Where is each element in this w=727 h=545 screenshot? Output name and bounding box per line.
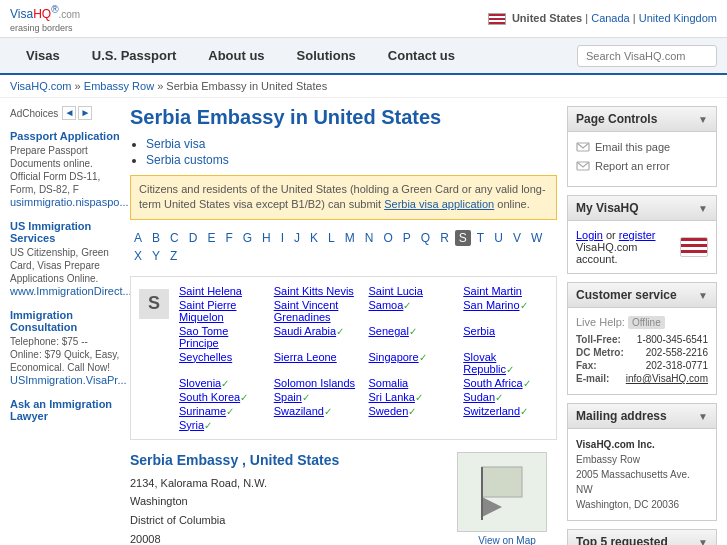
country-syria[interactable]: Syria✓ (179, 419, 264, 431)
nav-solutions[interactable]: Solutions (281, 38, 372, 73)
alpha-r[interactable]: R (436, 230, 453, 246)
live-help-row: Live Help: Offline (576, 316, 708, 329)
login-link[interactable]: Login (576, 229, 603, 241)
alpha-f[interactable]: F (221, 230, 236, 246)
alpha-c[interactable]: C (166, 230, 183, 246)
alpha-d[interactable]: D (185, 230, 202, 246)
country-slovak[interactable]: Slovak Republic✓ (463, 351, 548, 375)
alpha-w[interactable]: W (527, 230, 546, 246)
country-somalia[interactable]: Somalia (369, 377, 454, 389)
country-senegal[interactable]: Senegal✓ (369, 325, 454, 349)
embassy-map: View on Map (457, 452, 557, 545)
my-visahq-header[interactable]: My VisaHQ ▼ (568, 196, 716, 221)
alpha-z[interactable]: Z (166, 248, 181, 264)
country-serbia[interactable]: Serbia (463, 325, 548, 349)
alpha-b[interactable]: B (148, 230, 164, 246)
embassy-address1: 2134, Kalorama Road, N.W. (130, 474, 442, 493)
country-sweden[interactable]: Sweden✓ (369, 405, 454, 417)
ad-arrow-right[interactable]: ► (78, 106, 92, 120)
nav-about[interactable]: About us (192, 38, 280, 73)
alpha-u[interactable]: U (490, 230, 507, 246)
country-saint-kitts[interactable]: Saint Kitts Nevis (274, 285, 359, 297)
country-canada-link[interactable]: Canada (591, 12, 630, 24)
nav-contact[interactable]: Contact us (372, 38, 471, 73)
view-on-map-link[interactable]: View on Map (457, 535, 557, 545)
search-input[interactable] (577, 45, 717, 67)
alpha-q[interactable]: Q (417, 230, 434, 246)
country-uk-link[interactable]: United Kingdom (639, 12, 717, 24)
alpha-s[interactable]: S (455, 230, 471, 246)
cs-email-val[interactable]: info@VisaHQ.com (626, 373, 708, 384)
serbia-visa-link[interactable]: Serbia visa (146, 137, 205, 151)
alpha-n[interactable]: N (361, 230, 378, 246)
country-saint-pierre[interactable]: Saint Pierre Miquelon (179, 299, 264, 323)
alpha-l[interactable]: L (324, 230, 339, 246)
serbia-customs-link[interactable]: Serbia customs (146, 153, 229, 167)
alpha-a[interactable]: A (130, 230, 146, 246)
alpha-x[interactable]: X (130, 248, 146, 264)
mailing-header[interactable]: Mailing address ▼ (568, 404, 716, 429)
customer-service-header[interactable]: Customer service ▼ (568, 283, 716, 308)
breadcrumb-home[interactable]: VisaHQ.com (10, 80, 72, 92)
alpha-g[interactable]: G (239, 230, 256, 246)
sidebar-consult-title[interactable]: Immigration Consultation (10, 309, 120, 333)
customer-service-panel: Customer service ▼ Live Help: Offline To… (567, 282, 717, 395)
report-error[interactable]: Report an error (576, 159, 708, 173)
country-samoa[interactable]: Samoa✓ (369, 299, 454, 323)
country-singapore[interactable]: Singapore✓ (369, 351, 454, 375)
country-switzerland[interactable]: Switzerland✓ (463, 405, 548, 417)
email-this-page[interactable]: Email this page (576, 140, 708, 154)
alpha-p[interactable]: P (399, 230, 415, 246)
sidebar-passport-link[interactable]: usimmigratio.nispaspo... (10, 196, 120, 208)
country-south-korea[interactable]: South Korea✓ (179, 391, 264, 403)
alpha-v[interactable]: V (509, 230, 525, 246)
sidebar-consult-link[interactable]: USImmigration.VisaPr... (10, 374, 120, 386)
country-sao-tome[interactable]: Sao Tome Principe (179, 325, 264, 349)
alpha-t[interactable]: T (473, 230, 488, 246)
alpha-j[interactable]: J (290, 230, 304, 246)
alpha-k[interactable]: K (306, 230, 322, 246)
country-saint-helena[interactable]: Saint Helena (179, 285, 264, 297)
alert-link[interactable]: Serbia visa application (384, 198, 494, 210)
live-help-status: Offline (628, 316, 665, 329)
alpha-h[interactable]: H (258, 230, 275, 246)
sidebar-ask-lawyer-title[interactable]: Ask an Immigration Lawyer (10, 398, 120, 422)
top5-header[interactable]: Top 5 requested ▼ (568, 530, 716, 545)
ad-arrow[interactable]: ◄ ► (62, 106, 92, 120)
country-south-africa[interactable]: South Africa✓ (463, 377, 548, 389)
country-letter: S (139, 289, 169, 319)
sidebar-immigration-title[interactable]: US Immigration Services (10, 220, 120, 244)
country-suriname[interactable]: Suriname✓ (179, 405, 264, 417)
register-link[interactable]: register (619, 229, 656, 241)
search-box[interactable] (577, 45, 717, 67)
breadcrumb-embassy-row[interactable]: Embassy Row (84, 80, 154, 92)
nav-visas[interactable]: Visas (10, 38, 76, 73)
country-saint-martin[interactable]: Saint Martin (463, 285, 548, 297)
ad-arrow-left[interactable]: ◄ (62, 106, 76, 120)
country-spain[interactable]: Spain✓ (274, 391, 359, 403)
alpha-o[interactable]: O (379, 230, 396, 246)
country-saudi-arabia[interactable]: Saudi Arabia✓ (274, 325, 359, 349)
country-sri-lanka[interactable]: Sri Lanka✓ (369, 391, 454, 403)
us-flag-icon (680, 237, 708, 257)
country-slovenia[interactable]: Slovenia✓ (179, 377, 264, 389)
country-sierra-leone[interactable]: Sierra Leone (274, 351, 359, 375)
email-page-label: Email this page (595, 141, 670, 153)
cs-fax-val: 202-318-0771 (646, 360, 708, 371)
country-saint-lucia[interactable]: Saint Lucia (369, 285, 454, 297)
country-san-marino[interactable]: San Marino✓ (463, 299, 548, 323)
country-sudan[interactable]: Sudan✓ (463, 391, 548, 403)
sidebar-immigration-link[interactable]: www.ImmigrationDirect... (10, 285, 120, 297)
alpha-y[interactable]: Y (148, 248, 164, 264)
country-seychelles[interactable]: Seychelles (179, 351, 264, 375)
embassy-address3: District of Columbia (130, 511, 442, 530)
country-swaziland[interactable]: Swaziland✓ (274, 405, 359, 417)
country-solomon[interactable]: Solomon Islands (274, 377, 359, 389)
alpha-i[interactable]: I (277, 230, 288, 246)
page-controls-header[interactable]: Page Controls ▼ (568, 107, 716, 132)
sidebar-passport-title[interactable]: Passport Application (10, 130, 120, 142)
alpha-e[interactable]: E (203, 230, 219, 246)
country-saint-vincent[interactable]: Saint Vincent Grenadines (274, 299, 359, 323)
nav-passport[interactable]: U.S. Passport (76, 38, 193, 73)
alpha-m[interactable]: M (341, 230, 359, 246)
